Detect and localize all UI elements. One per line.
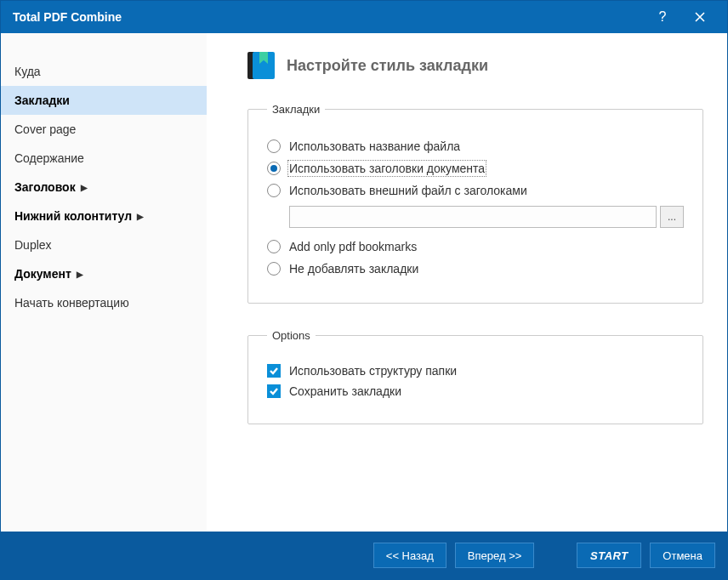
radio-none[interactable]: Не добавлять закладки (267, 262, 684, 276)
bookmarks-group: Закладки Использовать название файла Исп… (247, 103, 703, 304)
radio-label: Не добавлять закладки (289, 262, 418, 276)
radio-icon (267, 139, 281, 153)
sidebar-item-label: Duplex (14, 238, 52, 252)
radio-icon (267, 240, 281, 253)
radio-use-filename[interactable]: Использовать название файла (267, 139, 684, 153)
sidebar: КудаЗакладкиCover pageСодержаниеЗаголово… (1, 33, 207, 532)
window-title: Total PDF Combine (13, 10, 644, 24)
radio-pdf-only[interactable]: Add only pdf bookmarks (267, 240, 684, 253)
radio-label: Использовать заголовки документа (289, 162, 485, 175)
back-button[interactable]: << Назад (373, 543, 446, 568)
checkbox-icon (267, 384, 281, 398)
page-title: Настройте стиль закладки (287, 57, 488, 75)
sidebar-item-label: Начать конвертацию (14, 296, 129, 310)
sidebar-item-7[interactable]: Документ▶ (1, 259, 207, 288)
radio-icon (267, 162, 281, 175)
bookmarks-legend: Закладки (267, 103, 325, 116)
forward-button[interactable]: Вперед >> (455, 543, 535, 568)
sidebar-item-label: Содержание (14, 151, 84, 165)
external-file-row: ... (289, 206, 684, 228)
sidebar-item-3[interactable]: Содержание (1, 144, 207, 173)
chevron-right-icon: ▶ (77, 270, 83, 279)
options-legend: Options (267, 329, 316, 342)
checkbox-icon (267, 364, 281, 378)
check-label: Сохранить закладки (289, 384, 401, 398)
chevron-right-icon: ▶ (137, 212, 144, 221)
sidebar-item-1[interactable]: Закладки (1, 86, 207, 115)
bookmark-icon (247, 52, 275, 79)
sidebar-item-6[interactable]: Duplex (1, 230, 207, 259)
radio-label: Использовать название файла (289, 139, 460, 153)
cancel-button[interactable]: Отмена (650, 543, 715, 568)
titlebar: Total PDF Combine ? (1, 1, 727, 33)
radio-label: Использовать внешний файл с заголоками (289, 184, 527, 197)
main-panel: Настройте стиль закладки Закладки Исполь… (207, 33, 727, 532)
radio-icon (267, 262, 281, 276)
sidebar-item-8[interactable]: Начать конвертацию (1, 288, 207, 317)
check-label: Использовать структуру папки (289, 364, 457, 378)
help-button[interactable]: ? (644, 1, 681, 33)
sidebar-item-label: Закладки (14, 94, 70, 107)
page-header: Настройте стиль закладки (247, 52, 703, 79)
check-keep-bookmarks[interactable]: Сохранить закладки (267, 384, 684, 398)
sidebar-item-4[interactable]: Заголовок▶ (1, 173, 207, 202)
radio-icon (267, 184, 281, 197)
dialog-body: КудаЗакладкиCover pageСодержаниеЗаголово… (1, 33, 727, 532)
close-button[interactable] (681, 1, 719, 33)
external-file-input[interactable] (289, 206, 657, 228)
footer: << Назад Вперед >> START Отмена (1, 532, 727, 579)
options-group: Options Использовать структуру папки Сох… (247, 329, 703, 424)
radio-label: Add only pdf bookmarks (289, 240, 417, 253)
browse-button[interactable]: ... (660, 206, 684, 228)
start-button[interactable]: START (577, 543, 641, 568)
sidebar-item-label: Куда (14, 65, 41, 78)
chevron-right-icon: ▶ (81, 183, 88, 192)
radio-use-external-file[interactable]: Использовать внешний файл с заголоками (267, 184, 684, 197)
sidebar-item-label: Документ (14, 267, 71, 281)
check-folder-structure[interactable]: Использовать структуру папки (267, 364, 684, 378)
sidebar-item-label: Нижний колонтитул (14, 209, 132, 223)
dialog-window: Total PDF Combine ? КудаЗакладкиCover pa… (0, 0, 728, 580)
sidebar-item-label: Заголовок (14, 180, 76, 194)
sidebar-item-2[interactable]: Cover page (1, 115, 207, 144)
sidebar-item-label: Cover page (14, 122, 76, 136)
sidebar-item-0[interactable]: Куда (1, 57, 207, 86)
sidebar-item-5[interactable]: Нижний колонтитул▶ (1, 202, 207, 230)
radio-use-doc-headings[interactable]: Использовать заголовки документа (267, 162, 684, 175)
